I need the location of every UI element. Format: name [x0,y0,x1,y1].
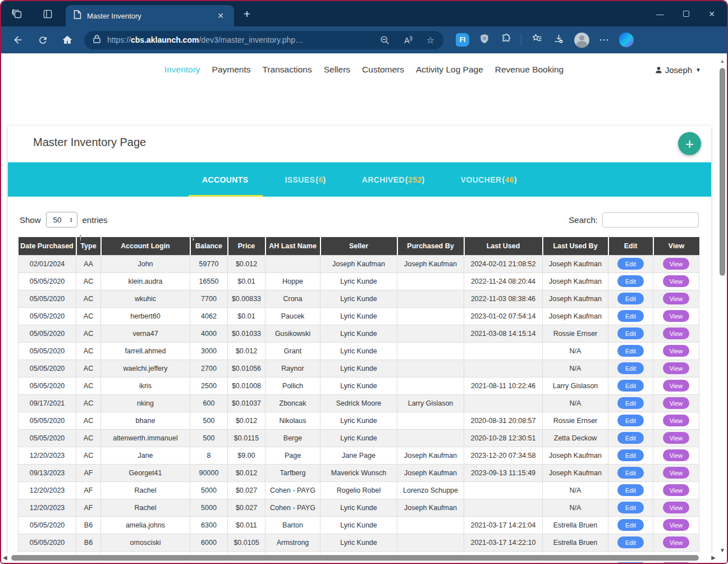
edit-button[interactable]: Edit [617,310,644,322]
cell-account-login: nking [101,394,190,412]
copilot-icon[interactable] [619,33,634,47]
edit-button[interactable]: Edit [617,258,644,270]
view-button[interactable]: View [663,536,689,548]
close-button[interactable]: ✕ [699,1,725,26]
cell-type: AC [76,325,101,342]
browser-tab[interactable]: Master Inventory ✕ [66,5,234,26]
scroll-right-icon[interactable]: ▶ [711,554,716,561]
view-button[interactable]: View [663,449,689,461]
nav-item-transactions[interactable]: Transactions [262,65,313,75]
nav-item-payments[interactable]: Payments [211,65,252,75]
edit-button[interactable]: Edit [617,536,644,548]
new-tab-button[interactable]: + [239,6,255,22]
column-header-purchased-by[interactable]: Purchased By [397,237,464,255]
vertical-scrollbar-thumb[interactable] [720,68,725,276]
column-header-balance[interactable]: Balance [190,237,228,255]
edit-button[interactable]: Edit [617,449,644,461]
edit-button[interactable]: Edit [617,275,644,287]
tab-voucher[interactable]: VOUCHER46 [447,162,530,197]
minimize-button[interactable]: — [647,1,673,26]
column-header-price[interactable]: Price [228,237,265,255]
column-header-date-purchased[interactable]: Date Purchased [19,237,76,255]
nav-item-customers[interactable]: Customers [361,65,405,75]
edit-button[interactable]: Edit [617,380,644,392]
tab-actions-icon[interactable] [40,7,55,21]
edit-button[interactable]: Edit [617,328,644,339]
cell-account-login: klein.audra [101,272,190,290]
extensions-puzzle-icon[interactable] [500,33,511,47]
nav-item-sellers[interactable]: Sellers [323,65,351,75]
fi-extension-icon[interactable]: FI [456,33,469,47]
downloads-icon[interactable] [553,33,565,47]
zoom-out-icon[interactable] [380,35,390,45]
view-button[interactable]: View [663,502,689,513]
search-input[interactable] [602,212,699,228]
add-button[interactable]: + [678,132,701,155]
settings-menu-icon[interactable]: ⋯ [599,34,610,46]
favorites-bar-icon[interactable] [531,33,543,47]
address-bar[interactable]: https://cbs.aklaunch.com/dev3/master_inv… [84,31,443,49]
vertical-scrollbar[interactable]: ▲ ▼ [718,53,727,563]
tab-archived[interactable]: ARCHIVED252 [349,162,438,197]
view-button[interactable]: View [663,362,689,374]
edit-button[interactable]: Edit [617,293,644,304]
user-menu[interactable]: Joseph ▼ [654,53,701,86]
back-button[interactable] [8,30,28,50]
view-button[interactable]: View [663,275,689,287]
view-button[interactable]: View [663,397,689,409]
view-button[interactable]: View [663,467,689,479]
view-button[interactable]: View [663,328,689,339]
refresh-button[interactable] [33,30,53,50]
horizontal-scrollbar-thumb[interactable] [11,555,699,561]
home-button[interactable] [57,30,77,50]
browser-titlebar: Master Inventory ✕ + — ✕ [1,1,727,26]
edit-button[interactable]: Edit [617,519,644,531]
workspaces-icon[interactable] [10,7,25,21]
view-button[interactable]: View [663,484,689,496]
edit-button[interactable]: Edit [617,345,644,357]
column-header-last-used-by[interactable]: Last Used By [543,237,608,255]
tab-close-icon[interactable]: ✕ [215,11,226,20]
scroll-up-icon[interactable]: ▲ [718,58,727,64]
column-header-account-login[interactable]: Account Login [101,237,190,255]
tab-accounts[interactable]: ACCOUNTS [189,162,263,197]
edit-button[interactable]: Edit [617,484,644,496]
column-header-ah-last-name[interactable]: AH Last Name [265,237,320,255]
scroll-left-icon[interactable]: ◀ [3,554,7,561]
view-button[interactable]: View [663,519,689,531]
cell-edit: Edit [608,534,653,551]
view-button[interactable]: View [663,415,689,426]
nav-item-inventory[interactable]: Inventory [163,65,202,75]
cell-balance: 4000 [190,325,228,342]
edit-button[interactable]: Edit [617,415,644,426]
view-button[interactable]: View [663,258,689,270]
lock-icon[interactable] [93,35,100,46]
nav-item-revenue-booking[interactable]: Revenue Booking [494,65,565,75]
shield-extension-icon[interactable] [479,33,490,47]
column-header-edit[interactable]: Edit [608,237,653,255]
page-size-select[interactable]: 50 ▴▾ [46,212,77,228]
tab-issues[interactable]: ISSUES6 [272,162,340,197]
horizontal-scrollbar[interactable]: ◀ ▶ [1,553,720,562]
profile-avatar[interactable] [574,33,589,48]
column-header-seller[interactable]: Seller [320,237,397,255]
view-button[interactable]: View [663,432,689,444]
column-header-view[interactable]: View [653,237,699,255]
cell-view: View [653,499,699,516]
view-button[interactable]: View [663,310,689,322]
view-button[interactable]: View [663,380,689,392]
maximize-button[interactable] [673,1,699,26]
cell-seller: Jane Page [320,447,397,464]
edit-button[interactable]: Edit [617,397,644,409]
scroll-down-icon[interactable]: ▼ [718,547,727,553]
view-button[interactable]: View [663,345,689,357]
edit-button[interactable]: Edit [617,362,644,374]
nav-item-activity-log[interactable]: Activity Log Page [415,65,484,75]
read-aloud-icon[interactable]: A)) [404,35,411,45]
edit-button[interactable]: Edit [617,467,644,479]
column-header-last-used[interactable]: Last Used [464,237,543,255]
edit-button[interactable]: Edit [617,502,644,513]
favorite-star-icon[interactable]: ☆ [427,35,434,46]
edit-button[interactable]: Edit [617,432,644,444]
view-button[interactable]: View [663,293,689,304]
